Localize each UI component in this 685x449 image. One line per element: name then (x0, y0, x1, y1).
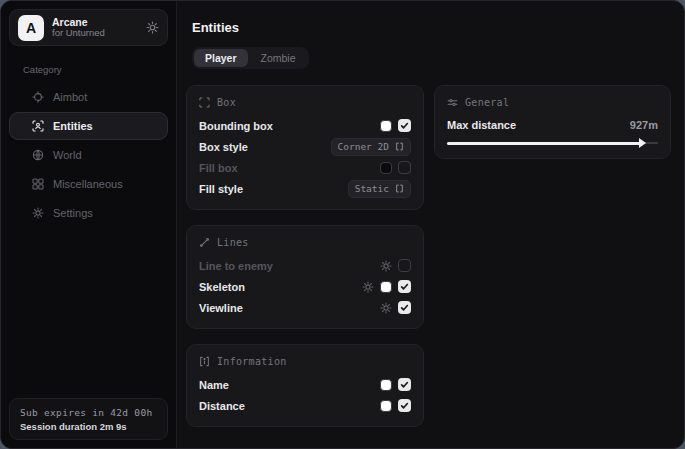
slider-fill (447, 142, 641, 145)
sidebar-item-entities[interactable]: Entities (9, 112, 168, 140)
sidebar: A Arcane for Unturned Category A (1, 1, 177, 448)
check-icon (400, 380, 409, 389)
row-label: Max distance (447, 119, 516, 131)
section-title: Box (217, 97, 236, 108)
brand-logo: A (18, 15, 44, 41)
information-card: Information Name Distance (186, 344, 424, 427)
box-card-header: Box (199, 94, 411, 110)
color-swatch[interactable] (380, 400, 392, 412)
app-window: A Arcane for Unturned Category A (0, 0, 685, 449)
row-label: Fill box (199, 162, 238, 174)
general-card: General Max distance 927m (434, 85, 671, 159)
color-swatch[interactable] (380, 281, 392, 293)
row-label: Line to enemy (199, 260, 273, 272)
brand-card: A Arcane for Unturned (9, 9, 168, 46)
row-bounding-box: Bounding box (199, 115, 411, 136)
row-label: Fill style (199, 183, 243, 195)
max-distance-slider[interactable] (447, 138, 658, 148)
slider-arrow-handle[interactable] (639, 138, 646, 148)
fill-style-dropdown[interactable]: Static (348, 180, 411, 198)
check-icon (400, 121, 409, 130)
row-name: Name (199, 374, 411, 395)
sidebar-item-world[interactable]: World (9, 141, 168, 169)
color-swatch[interactable] (380, 379, 392, 391)
gear-icon (32, 207, 44, 219)
row-fill-box: Fill box (199, 157, 411, 178)
row-line-to-enemy: Line to enemy (199, 255, 411, 276)
row-label: Viewline (199, 302, 243, 314)
brand-text: Arcane for Unturned (52, 16, 138, 39)
color-swatch[interactable] (380, 162, 392, 174)
main-panel: Entities Player Zombie Box (177, 1, 684, 448)
info-brackets-icon (199, 356, 210, 367)
row-distance: Distance (199, 395, 411, 416)
section-title: Information (217, 356, 287, 367)
globe-icon (32, 149, 44, 161)
row-settings-gear-icon[interactable] (380, 260, 392, 272)
name-checkbox[interactable] (398, 378, 411, 391)
row-label: Name (199, 379, 229, 391)
sidebar-item-label: World (53, 149, 82, 161)
section-title: General (465, 97, 509, 108)
row-skeleton: Skeleton (199, 276, 411, 297)
select-brackets-icon (395, 184, 404, 193)
brand-subtitle: for Unturned (52, 28, 138, 39)
sidebar-item-aimbot[interactable]: Aimbot (9, 83, 168, 111)
select-brackets-icon (395, 142, 404, 151)
fill-box-checkbox[interactable] (398, 161, 411, 174)
row-label: Box style (199, 141, 248, 153)
user-scan-icon (32, 120, 44, 132)
viewline-checkbox[interactable] (398, 301, 411, 314)
grid-icon (32, 178, 44, 190)
row-settings-gear-icon[interactable] (362, 281, 374, 293)
box-style-dropdown[interactable]: Corner 2D (331, 138, 411, 156)
row-label: Skeleton (199, 281, 245, 293)
row-label: Distance (199, 400, 245, 412)
check-icon (400, 401, 409, 410)
session-duration-text: Session duration 2m 9s (20, 421, 157, 432)
row-max-distance: Max distance 927m (447, 115, 658, 135)
dropdown-value: Static (355, 183, 389, 194)
dropdown-value: Corner 2D (338, 141, 389, 152)
lines-card: Lines Line to enemy (186, 225, 424, 329)
sidebar-item-miscellaneous[interactable]: Miscellaneous (9, 170, 168, 198)
sidebar-nav: Aimbot Entities World (1, 83, 176, 228)
sub-expiry-text: Sub expires in 42d 00h (20, 407, 157, 418)
entity-tabs: Player Zombie (192, 47, 309, 69)
tab-player[interactable]: Player (194, 49, 248, 67)
sidebar-item-label: Miscellaneous (53, 178, 123, 190)
diagonal-line-icon (199, 237, 210, 248)
row-label: Bounding box (199, 120, 273, 132)
sidebar-item-label: Entities (53, 120, 93, 132)
scan-box-icon (199, 97, 210, 108)
sidebar-item-label: Aimbot (53, 91, 87, 103)
check-icon (400, 303, 409, 312)
general-card-header: General (447, 94, 658, 110)
line-to-enemy-checkbox[interactable] (398, 259, 411, 272)
skeleton-checkbox[interactable] (398, 280, 411, 293)
sidebar-item-settings[interactable]: Settings (9, 199, 168, 227)
category-label: Category (23, 64, 176, 75)
section-title: Lines (217, 237, 249, 248)
sliders-icon (447, 97, 458, 108)
color-swatch[interactable] (380, 120, 392, 132)
bounding-box-checkbox[interactable] (398, 119, 411, 132)
tab-zombie[interactable]: Zombie (250, 49, 307, 67)
row-box-style: Box style Corner 2D (199, 136, 411, 157)
row-settings-gear-icon[interactable] (380, 302, 392, 314)
check-icon (400, 282, 409, 291)
box-card: Box Bounding box Box style (186, 85, 424, 210)
distance-checkbox[interactable] (398, 399, 411, 412)
brand-settings-gear-icon[interactable] (146, 21, 159, 34)
crosshair-icon (32, 91, 44, 103)
sidebar-item-label: Settings (53, 207, 93, 219)
subscription-card: Sub expires in 42d 00h Session duration … (9, 398, 168, 440)
page-title: Entities (192, 20, 671, 35)
row-viewline: Viewline (199, 297, 411, 318)
lines-card-header: Lines (199, 234, 411, 250)
row-fill-style: Fill style Static (199, 178, 411, 199)
information-card-header: Information (199, 353, 411, 369)
max-distance-value: 927m (630, 119, 658, 131)
